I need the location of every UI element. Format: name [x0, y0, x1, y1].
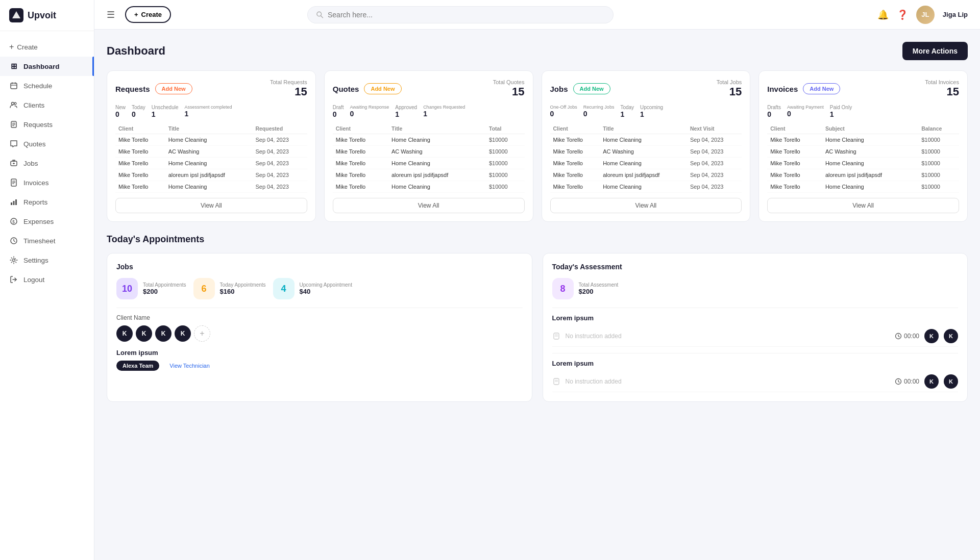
upcoming-appt-badge: 4 [273, 278, 295, 299]
create-button[interactable]: + Create [125, 6, 171, 23]
cards-grid: Requests Add New Total Requests 15 New0 … [107, 70, 968, 222]
notification-icon[interactable]: 🔔 [877, 9, 889, 20]
sidebar-item-reports[interactable]: Reports [0, 192, 94, 212]
sidebar-item-quotes[interactable]: Quotes [0, 134, 94, 154]
create-button-label: Create [141, 11, 162, 18]
sidebar-item-clients[interactable]: Clients [0, 95, 94, 115]
topnav-right: 🔔 ❓ JL Jiga Lip [877, 6, 968, 24]
stat-label: Assessment completed [185, 105, 232, 110]
stat-label: Unschedule [152, 105, 179, 110]
team-badge: Alexa Team [116, 361, 159, 371]
requests-view-all-button[interactable]: View All [115, 198, 307, 213]
clock-icon-2 [895, 378, 902, 385]
sidebar-item-timesheet[interactable]: Timesheet [0, 231, 94, 250]
more-actions-button[interactable]: More Actions [902, 42, 968, 60]
invoices-stats: Drafts0 Awaiting Payment0 Paid Only1 [767, 105, 959, 118]
dashboard-header: Dashboard More Actions [107, 42, 968, 60]
table-row: Mike TorelloHome Cleaning$10000 [767, 134, 959, 146]
col-client: Client [115, 123, 165, 134]
help-icon[interactable]: ❓ [897, 9, 908, 20]
sidebar-item-settings[interactable]: Settings [0, 250, 94, 270]
quotes-icon [9, 139, 18, 148]
jobs-table: ClientTitleNext Visit Mike TorelloHome C… [550, 123, 742, 193]
view-technician-link[interactable]: View Technician [169, 363, 209, 369]
brand-name: Upvoit [28, 10, 56, 21]
svg-rect-20 [13, 201, 15, 205]
svg-rect-2 [11, 83, 17, 89]
stat-label: New [115, 105, 126, 110]
invoices-view-all-button[interactable]: View All [767, 198, 959, 213]
invoices-icon [9, 178, 18, 187]
requests-stats: New0 Today0 Unschedule1 Assessment compl… [115, 105, 307, 118]
invoices-total-label: Total Invoices [925, 79, 959, 85]
invoices-total: 15 [925, 85, 959, 98]
svg-line-26 [14, 241, 15, 242]
jobs-add-new-button[interactable]: Add New [573, 83, 610, 94]
sidebar-label-expenses: Expenses [23, 218, 54, 225]
avatar[interactable]: JL [916, 6, 935, 24]
quotes-add-new-button[interactable]: Add New [364, 83, 401, 94]
avatar-k3: K [924, 374, 939, 389]
quotes-stats: Draft0 Awaiting Response0 Approved1 Chan… [333, 105, 525, 118]
clipboard-icon-2 [552, 377, 560, 386]
search-input[interactable] [328, 11, 605, 19]
jobs-appt-stats: 10 Total Appointments $200 6 Today Appoi… [116, 278, 523, 299]
table-row: Mike TorelloHome CleaningSep 04, 2023 [550, 134, 742, 146]
svg-point-7 [14, 103, 16, 105]
jobs-card: Jobs Add New Total Jobs 15 One-Off Jobs0… [542, 70, 751, 222]
table-row: Mike TorelloHome CleaningSep 04, 2023 [115, 158, 307, 169]
col-requested: Requested [252, 123, 307, 134]
hamburger-icon[interactable]: ☰ [107, 9, 115, 20]
quotes-card: Quotes Add New Total Quotes 15 Draft0 Aw… [324, 70, 533, 222]
sidebar-item-expenses[interactable]: $ Expenses [0, 212, 94, 231]
appointments-section-title: Today's Appointments [107, 234, 968, 245]
sidebar-item-invoices[interactable]: Invoices [0, 173, 94, 192]
invoices-card-header: Invoices Add New Total Invoices 15 [767, 79, 959, 98]
clients-icon [9, 100, 18, 110]
table-row: Mike Torelloaloreum ipsl jsdifjapsdf$100… [333, 169, 525, 181]
table-row: Mike TorelloHome CleaningSep 04, 2023 [550, 158, 742, 169]
sidebar-item-dashboard[interactable]: ⊞ Dashboard [0, 57, 94, 76]
sidebar-create[interactable]: + Create [0, 37, 94, 57]
requests-total-label: Total Requests [270, 79, 307, 85]
page-title: Dashboard [107, 44, 165, 58]
table-row: Mike TorelloHome Cleaning$10000 [333, 158, 525, 169]
create-plus-icon: + [134, 11, 138, 18]
timesheet-icon [9, 236, 18, 245]
table-row: Mike TorelloHome CleaningSep 04, 2023 [550, 181, 742, 193]
jobs-stats: One-Off Jobs0 Recurring Jobs0 Today1 Upc… [550, 105, 742, 118]
search-bar [307, 6, 614, 23]
sidebar-label-jobs: Jobs [23, 160, 38, 167]
quotes-table: ClientTitleTotal Mike TorelloHome Cleani… [333, 123, 525, 193]
table-row: Mike TorelloAC WashingSep 04, 2023 [550, 146, 742, 158]
instruction-row-1: No instruction added 00:00 K K [552, 326, 959, 347]
add-avatar-button[interactable]: + [194, 325, 210, 342]
table-row: Mike TorelloAC Washing$10000 [767, 146, 959, 158]
total-appt-badge: 10 [116, 278, 138, 299]
requests-add-new-button[interactable]: Add New [155, 83, 192, 94]
dashboard-content: Dashboard More Actions Requests Add New … [94, 30, 980, 560]
instruction-row-2: No instruction added 00:00 K K [552, 371, 959, 392]
stat-label: Today [132, 105, 145, 110]
invoices-add-new-button[interactable]: Add New [803, 83, 840, 94]
quotes-total: 15 [493, 85, 525, 98]
stat-value: 0 [115, 110, 126, 118]
user-name: Jiga Lip [943, 11, 968, 18]
appointments-grid: Jobs 10 Total Appointments $200 6 [107, 253, 968, 402]
quotes-view-all-button[interactable]: View All [333, 198, 525, 213]
sidebar-item-requests[interactable]: Requests [0, 115, 94, 134]
avatar-k2: K [944, 329, 958, 343]
table-row: Mike Torelloaloreum ipsl jsdifjapsdfSep … [115, 169, 307, 181]
sidebar-item-jobs[interactable]: Jobs [0, 154, 94, 173]
jobs-title: Jobs [550, 85, 568, 93]
jobs-view-all-button[interactable]: View All [550, 198, 742, 213]
sidebar-item-schedule[interactable]: Schedule [0, 76, 94, 95]
requests-icon [9, 120, 18, 129]
sidebar-label-quotes: Quotes [23, 140, 46, 148]
instruction-text-1: No instruction added [566, 333, 890, 340]
today-appointments-stat: 6 Today Appointments $160 [193, 278, 266, 299]
lorem-title: Lorem ipsum [116, 349, 523, 357]
assessment-badge: 8 [552, 278, 574, 299]
sidebar-item-logout[interactable]: Logout [0, 270, 94, 289]
today-appt-badge: 6 [193, 278, 215, 299]
